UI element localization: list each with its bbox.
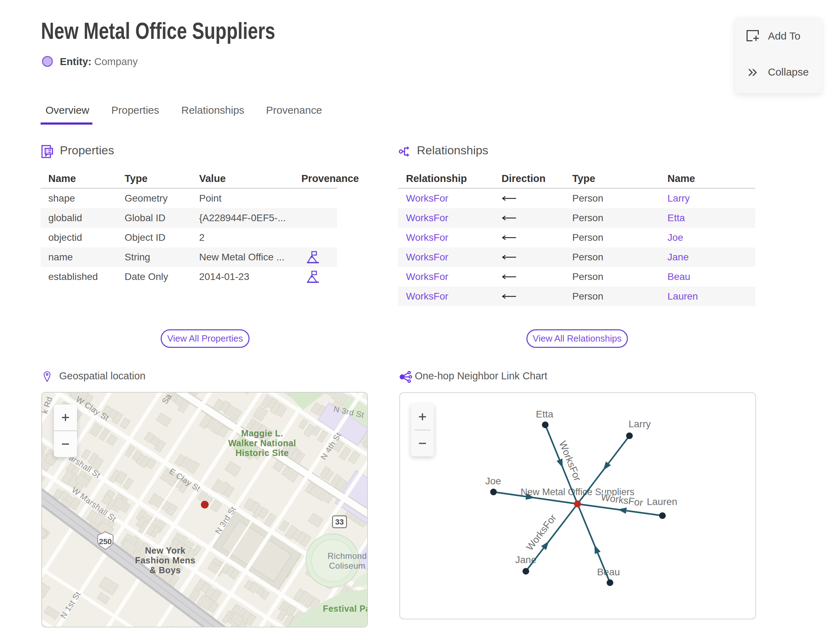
svg-text:Jane: Jane xyxy=(515,554,536,565)
svg-text:Coliseum: Coliseum xyxy=(329,561,365,571)
svg-text:Richmond: Richmond xyxy=(328,551,367,561)
svg-text:Walker National: Walker National xyxy=(228,438,296,448)
svg-text:Maggie L.: Maggie L. xyxy=(241,428,283,438)
svg-text:New York: New York xyxy=(145,545,186,555)
svg-text:& Boys: & Boys xyxy=(150,565,181,575)
svg-text:Fashion Mens: Fashion Mens xyxy=(135,555,196,565)
svg-text:33: 33 xyxy=(335,518,344,526)
svg-text:Larry: Larry xyxy=(628,418,651,429)
svg-text:WorksFor: WorksFor xyxy=(524,512,558,553)
svg-text:Etta: Etta xyxy=(536,409,554,420)
svg-text:Beau: Beau xyxy=(597,567,620,577)
svg-text:WorksFor: WorksFor xyxy=(600,492,644,509)
svg-text:Joe: Joe xyxy=(485,475,501,486)
svg-text:250: 250 xyxy=(99,537,112,546)
svg-text:Lauren: Lauren xyxy=(647,496,677,507)
svg-text:Festival Park: Festival Park xyxy=(323,604,368,614)
svg-text:Historic Site: Historic Site xyxy=(235,448,289,458)
